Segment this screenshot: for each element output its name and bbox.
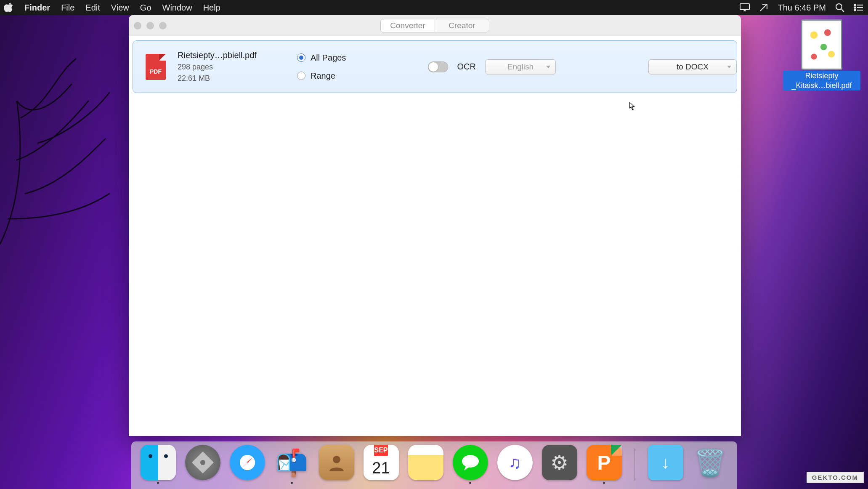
- file-row[interactable]: PDF Rietsiepty…pbiell.pdf 298 pages 22.6…: [133, 40, 737, 93]
- dock-indicator: [558, 482, 560, 484]
- contacts-icon: [319, 445, 354, 480]
- dock-music[interactable]: [496, 445, 534, 484]
- file-list: PDF Rietsiepty…pbiell.pdf 298 pages 22.6…: [129, 36, 741, 436]
- dock-indicator: [157, 482, 159, 484]
- dock-indicator: [291, 482, 293, 484]
- dock-indicator: [380, 482, 382, 484]
- desktop-file-label: Rietsiepty _Kitaisk…biell.pdf: [783, 71, 860, 90]
- menu-edit[interactable]: Edit: [85, 3, 100, 13]
- radio-mark-icon: [297, 72, 305, 80]
- tab-converter[interactable]: Converter: [381, 19, 435, 32]
- page-range-group: All Pages Range: [297, 53, 394, 81]
- ocr-group: OCR English: [394, 59, 560, 74]
- trash-icon: 🗑️: [693, 445, 728, 480]
- dock-finder[interactable]: [140, 445, 177, 484]
- calendar-day: 21: [372, 456, 390, 480]
- menu-go[interactable]: Go: [140, 3, 151, 13]
- dock: 📬 SEP 21: [131, 441, 737, 489]
- wallpaper-tree: [0, 34, 135, 252]
- ocr-label: OCR: [457, 62, 476, 72]
- radio-mark-icon: [297, 53, 305, 62]
- output-format-value: to DOCX: [677, 62, 709, 72]
- radio-range-label: Range: [311, 71, 335, 81]
- dock-indicator: [335, 482, 337, 484]
- dock-trash[interactable]: 🗑️: [692, 445, 729, 484]
- dock-downloads[interactable]: [647, 445, 684, 484]
- window-close[interactable]: [134, 22, 141, 29]
- dock-indicator: [709, 482, 711, 484]
- menu-help[interactable]: Help: [203, 3, 220, 13]
- svg-point-3: [854, 7, 855, 8]
- svg-rect-0: [740, 4, 749, 10]
- gear-icon: [542, 445, 577, 480]
- file-meta: PDF Rietsiepty…pbiell.pdf 298 pages 22.6…: [133, 50, 297, 83]
- chevron-down-icon: [546, 66, 550, 68]
- dock-pdf-converter-app[interactable]: [586, 445, 623, 484]
- mode-segmented-control: Converter Creator: [380, 19, 489, 32]
- airplay-icon[interactable]: [740, 3, 750, 12]
- dock-indicator: [514, 482, 516, 484]
- dock-notes[interactable]: [407, 445, 444, 484]
- ocr-language-value: English: [507, 62, 534, 72]
- dock-indicator: [246, 482, 248, 484]
- menu-window[interactable]: Window: [162, 3, 192, 13]
- pdf-icon-label: PDF: [146, 68, 166, 75]
- messages-icon: [453, 445, 488, 480]
- downloads-icon: [648, 445, 683, 480]
- dock-indicator: [664, 482, 666, 484]
- window-titlebar[interactable]: Converter Creator: [129, 15, 741, 36]
- app-window: Converter Creator PDF Rietsiepty…pbiell.…: [129, 15, 741, 436]
- menu-clock[interactable]: Thu 6:46 PM: [778, 3, 826, 13]
- window-minimize[interactable]: [146, 22, 154, 29]
- svg-point-6: [333, 456, 340, 463]
- notification-center-icon[interactable]: [854, 4, 864, 11]
- status-icon[interactable]: [759, 3, 768, 12]
- dock-indicator: [469, 482, 471, 484]
- menu-bar: Finder File Edit View Go Window Help Thu…: [0, 0, 868, 15]
- mail-icon: 📬: [274, 445, 310, 480]
- window-zoom[interactable]: [159, 22, 167, 29]
- file-pages: 298 pages: [178, 63, 291, 72]
- radio-all-pages-label: All Pages: [311, 53, 346, 63]
- ocr-language-dropdown[interactable]: English: [485, 59, 556, 74]
- finder-icon: [141, 445, 176, 480]
- svg-point-2: [854, 4, 855, 5]
- dock-indicator: [202, 482, 204, 484]
- svg-point-5: [200, 460, 205, 465]
- launchpad-icon: [185, 445, 220, 480]
- desktop-file-label-line1: Rietsiepty: [805, 72, 838, 80]
- desktop-file[interactable]: Rietsiepty _Kitaisk…biell.pdf: [783, 19, 860, 90]
- dock-messages[interactable]: [452, 445, 489, 484]
- tab-creator[interactable]: Creator: [435, 19, 489, 32]
- svg-point-7: [462, 455, 479, 468]
- music-icon: [497, 445, 533, 480]
- menu-view[interactable]: View: [111, 3, 129, 13]
- apple-menu[interactable]: [4, 3, 13, 13]
- dock-separator: [634, 449, 635, 481]
- pdf-file-icon: PDF: [146, 54, 166, 80]
- dock-safari[interactable]: [229, 445, 266, 484]
- svg-point-1: [836, 4, 842, 10]
- dock-calendar[interactable]: SEP 21: [363, 445, 400, 484]
- calendar-month: SEP: [374, 445, 388, 456]
- chevron-down-icon: [727, 66, 731, 68]
- watermark: GEKTO.COM: [807, 472, 864, 483]
- file-name: Rietsiepty…pbiell.pdf: [178, 50, 291, 60]
- dock-mail[interactable]: 📬: [273, 445, 311, 484]
- radio-all-pages[interactable]: All Pages: [297, 53, 394, 63]
- menu-app-name[interactable]: Finder: [24, 3, 50, 13]
- spotlight-icon[interactable]: [835, 3, 844, 12]
- dock-system-preferences[interactable]: [541, 445, 578, 484]
- menu-file[interactable]: File: [61, 3, 74, 13]
- calendar-icon: SEP 21: [364, 445, 399, 480]
- safari-icon: [230, 445, 265, 480]
- output-format-dropdown[interactable]: to DOCX: [648, 59, 737, 74]
- dock-contacts[interactable]: [318, 445, 355, 484]
- dock-indicator: [425, 482, 427, 484]
- desktop-file-thumbnail: [801, 19, 842, 70]
- mouse-cursor-icon: [629, 102, 636, 111]
- window-controls: [134, 22, 167, 29]
- radio-range[interactable]: Range: [297, 71, 394, 81]
- ocr-toggle[interactable]: [428, 61, 448, 72]
- dock-launchpad[interactable]: [184, 445, 221, 484]
